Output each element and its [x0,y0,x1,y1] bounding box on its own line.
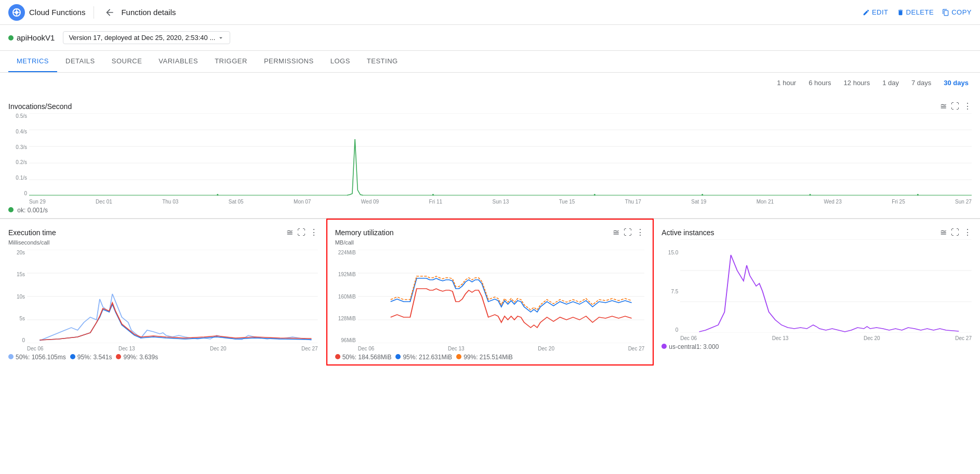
tab-testing[interactable]: TESTING [359,51,406,72]
tab-metrics[interactable]: METRICS [8,51,57,72]
active-instances-actions: ≅ ⛶ ⋮ [940,227,972,237]
x-label-sun29: Sun 29 [29,199,46,205]
edit-button[interactable]: EDIT [863,8,889,16]
app-logo [8,4,25,21]
memory-more-icon[interactable]: ⋮ [636,227,644,237]
memory-chart-subtitle: MB/call [335,239,645,246]
invocations-chart-card: Invocations/Second ≅ ⛶ ⋮ 0.5/s 0.4/s 0.3… [0,93,980,219]
time-7days[interactable]: 7 days [908,77,934,89]
three-col-charts: Execution time ≅ ⛶ ⋮ Milliseconds/call 2… [0,219,980,365]
sub-header: apiHookV1 Version 17, deployed at Dec 25… [0,25,980,51]
y-label-0.1: 0.1/s [8,175,27,181]
x-label-wed09: Wed 09 [361,199,379,205]
svg-point-12 [594,194,595,196]
exec-legend-icon[interactable]: ≅ [286,227,293,237]
memory-chart-card: Memory utilization ≅ ⛶ ⋮ MB/call 224MiB … [327,219,654,365]
x-label-sat05: Sat 05 [229,199,244,205]
delete-button[interactable]: DELETE [897,8,934,16]
execution-time-actions: ≅ ⛶ ⋮ [286,227,318,237]
memory-chart-title: Memory utilization [335,228,394,237]
copy-button[interactable]: COPY [942,8,972,16]
execution-time-header: Execution time ≅ ⛶ ⋮ [8,227,318,237]
invocations-fullscreen-icon[interactable]: ⛶ [951,102,959,111]
tab-logs[interactable]: LOGS [322,51,359,72]
function-name-badge: apiHookV1 [8,33,55,42]
x-label-sun13: Sun 13 [493,199,509,205]
active-instances-header: Active instances ≅ ⛶ ⋮ [661,227,972,237]
app-title: Cloud Functions [29,8,85,17]
version-selector[interactable]: Version 17, deployed at Dec 25, 2020, 2:… [63,31,230,44]
app-header: Cloud Functions Function details EDIT DE… [0,0,980,25]
x-label-dec01: Dec 01 [96,199,112,205]
y-label-0.4: 0.4/s [8,129,27,134]
invocations-chart-header: Invocations/Second ≅ ⛶ ⋮ [8,101,972,111]
active-fullscreen-icon[interactable]: ⛶ [951,228,959,237]
x-label-tue15: Tue 15 [559,199,575,205]
invocations-more-icon[interactable]: ⋮ [963,101,972,111]
time-30days[interactable]: 30 days [941,77,972,89]
active-instances-title: Active instances [661,228,714,237]
svg-point-13 [701,194,703,196]
chevron-down-icon [217,34,224,42]
execution-time-chart-card: Execution time ≅ ⛶ ⋮ Milliseconds/call 2… [0,219,327,365]
y-label-0: 0 [8,191,27,196]
invocations-svg [29,113,972,196]
time-12hours[interactable]: 12 hours [841,77,873,89]
invocations-legend-icon[interactable]: ≅ [940,101,947,111]
legend-ok: ok: 0.001/s [8,207,48,214]
version-label: Version 17, deployed at Dec 25, 2020, 2:… [69,34,215,42]
function-name: apiHookV1 [17,33,55,42]
y-label-0.2: 0.2/s [8,159,27,165]
exec-fullscreen-icon[interactable]: ⛶ [297,228,306,237]
invocations-chart-title: Invocations/Second [8,102,72,111]
invocations-chart-actions: ≅ ⛶ ⋮ [940,101,972,111]
x-label-thu17: Thu 17 [625,199,641,205]
time-1day[interactable]: 1 day [879,77,902,89]
execution-time-title: Execution time [8,228,56,237]
active-instances-legend: us-central1: 3.000 [661,343,972,350]
x-label-mon21: Mon 21 [757,199,774,205]
back-button[interactable] [102,5,117,20]
exec-more-icon[interactable]: ⋮ [310,227,318,237]
y-label-0.5: 0.5/s [8,113,27,119]
x-label-thu03: Thu 03 [162,199,178,205]
active-more-icon[interactable]: ⋮ [963,227,972,237]
time-1hour[interactable]: 1 hour [774,77,799,89]
tab-bar: METRICS DETAILS SOURCE VARIABLES TRIGGER… [0,51,980,73]
status-dot [8,35,14,40]
legend-ok-dot [8,207,14,212]
memory-legend-icon[interactable]: ≅ [613,227,619,237]
execution-time-subtitle: Milliseconds/call [8,239,318,246]
invocations-legend: ok: 0.001/s [8,207,972,214]
svg-point-11 [432,194,434,196]
tab-trigger[interactable]: TRIGGER [206,51,256,72]
svg-point-15 [917,194,919,196]
header-divider [94,6,94,19]
x-label-wed23: Wed 23 [824,199,841,205]
tab-permissions[interactable]: PERMISSIONS [256,51,322,72]
svg-point-14 [809,194,811,196]
header-actions: EDIT DELETE COPY [863,8,972,16]
svg-point-10 [217,194,218,196]
memory-svg [358,250,645,343]
x-label-fri11: Fri 11 [429,199,443,205]
active-legend-icon[interactable]: ≅ [940,227,947,237]
y-label-0.3: 0.3/s [8,144,27,150]
tab-variables[interactable]: VARIABLES [150,51,206,72]
active-instances-chart-card: Active instances ≅ ⛶ ⋮ 15.0 7.5 0 [653,219,980,365]
tab-details[interactable]: DETAILS [57,51,103,72]
time-6hours[interactable]: 6 hours [805,77,834,89]
x-label-sat19: Sat 19 [691,199,706,205]
tab-source[interactable]: SOURCE [103,51,151,72]
memory-chart-header: Memory utilization ≅ ⛶ ⋮ [335,227,645,237]
active-instances-svg [680,239,972,333]
execution-time-legend: 50%: 1056.105ms 95%: 3.541s 99%: 3.639s [8,354,318,361]
memory-fullscreen-icon[interactable]: ⛶ [624,228,632,237]
x-label-sun27: Sun 27 [955,199,972,205]
execution-time-svg [27,250,318,343]
memory-chart-actions: ≅ ⛶ ⋮ [613,227,644,237]
page-title: Function details [121,8,858,17]
memory-legend: 50%: 184.568MiB 95%: 212.631MiB 99%: 215… [335,354,645,361]
time-range-bar: 1 hour 6 hours 12 hours 1 day 7 days 30 … [0,73,980,93]
charts-area: Invocations/Second ≅ ⛶ ⋮ 0.5/s 0.4/s 0.3… [0,93,980,373]
